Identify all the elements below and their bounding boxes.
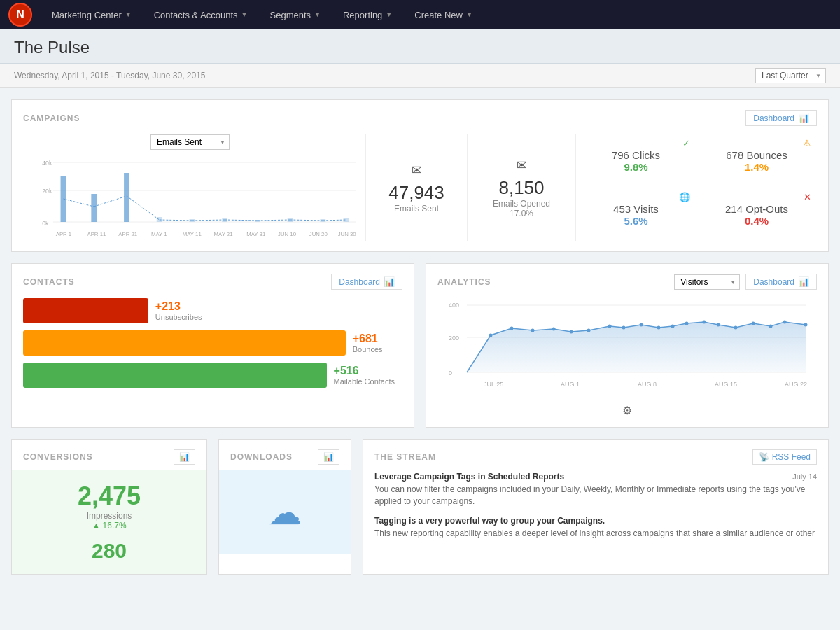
downloads-card: DOWNLOADS 📊 ☁ xyxy=(218,439,351,575)
svg-point-57 xyxy=(752,322,755,326)
svg-line-20 xyxy=(192,220,225,220)
contacts-card: CONTACTS Dashboard 📊 +213 Unsubscribes +… xyxy=(11,263,414,428)
visits-pct: 5.6% xyxy=(624,215,648,227)
chart-dropdown-wrap: Emails Sent Emails Opened xyxy=(150,134,230,150)
stream-item-1: Tagging is a very powerful way to group … xyxy=(374,516,817,540)
campaigns-title: CAMPAIGNS xyxy=(23,113,80,123)
stat-visits: 🌐 453 Visits 5.6% xyxy=(576,188,696,242)
check-icon: ✓ xyxy=(682,138,690,148)
contacts-header: CONTACTS Dashboard 📊 xyxy=(23,274,402,290)
chart-container: Emails Sent Emails Opened 40k 20k 0k xyxy=(23,134,366,241)
svg-text:JUL 25: JUL 25 xyxy=(484,381,503,388)
svg-text:40k: 40k xyxy=(42,160,52,167)
svg-point-56 xyxy=(734,326,738,330)
downloads-body: ☁ xyxy=(219,470,351,554)
contacts-dashboard-button[interactable]: Dashboard 📊 xyxy=(331,274,402,290)
stream-item-0-header: Leverage Campaign Tags in Scheduled Repo… xyxy=(374,472,817,482)
campaigns-dashboard-button[interactable]: Dashboard 📊 xyxy=(746,110,817,126)
campaigns-body: Emails Sent Emails Opened 40k 20k 0k xyxy=(23,134,817,241)
contact-row-unsubscribes: +213 Unsubscribes xyxy=(23,298,402,323)
svg-line-24 xyxy=(323,220,346,220)
nav-item-marketing[interactable]: Marketing Center ▼ xyxy=(42,0,141,29)
nav-item-create[interactable]: Create New ▼ xyxy=(405,0,482,29)
stream-scroll[interactable]: Leverage Campaign Tags in Scheduled Repo… xyxy=(374,472,817,547)
cloud-icon: ☁ xyxy=(268,493,302,532)
stream-header: THE STREAM 📡 RSS Feed xyxy=(374,449,817,465)
contact-row-bounces: +681 Bounces xyxy=(23,330,402,356)
bounces-number: 678 Bounces xyxy=(726,149,788,161)
analytics-dashboard-button[interactable]: Dashboard 📊 xyxy=(746,274,817,290)
chevron-icon-reporting: ▼ xyxy=(386,11,392,18)
svg-line-17 xyxy=(94,196,127,206)
svg-line-23 xyxy=(290,220,323,220)
email-opened-icon: ✉ xyxy=(517,158,527,173)
chart-dropdown-row: Emails Sent Emails Opened xyxy=(23,134,357,150)
mailable-label: Mailable Contacts xyxy=(334,377,395,386)
bounces-bar xyxy=(23,330,346,356)
analytics-bar-icon: 📊 xyxy=(798,276,809,287)
nav-label-marketing: Marketing Center xyxy=(52,10,122,20)
campaigns-card: CAMPAIGNS Dashboard 📊 Emails Sent Emails… xyxy=(11,99,829,252)
conversions-chart-button[interactable]: 📊 xyxy=(174,449,195,465)
svg-text:APR 21: APR 21 xyxy=(118,231,137,237)
nav-item-contacts[interactable]: Contacts & Accounts ▼ xyxy=(144,0,258,29)
emails-opened-box: ✉ 8,150 Emails Opened 17.0% xyxy=(468,134,576,241)
analytics-gear[interactable]: ⚙ xyxy=(438,404,817,417)
svg-line-19 xyxy=(160,220,192,220)
emails-sent-label: Emails Sent xyxy=(394,204,439,214)
mailable-stat: +516 Mailable Contacts xyxy=(334,365,395,386)
chart-dropdown[interactable]: Emails Sent Emails Opened xyxy=(150,134,230,150)
logo-letter: N xyxy=(16,8,24,21)
nav-item-segments[interactable]: Segments ▼ xyxy=(260,0,330,29)
date-range: Wednesday, April 1, 2015 - Tuesday, June… xyxy=(14,71,206,80)
svg-text:400: 400 xyxy=(449,302,459,309)
logo[interactable]: N xyxy=(8,3,32,27)
downloads-chart-button[interactable]: 📊 xyxy=(318,449,340,465)
date-bar: Wednesday, April 1, 2015 - Tuesday, June… xyxy=(0,64,840,88)
bar-chart-icon: 📊 xyxy=(798,113,809,123)
svg-text:200: 200 xyxy=(449,335,459,342)
nav-label-contacts: Contacts & Accounts xyxy=(154,10,238,20)
svg-text:APR 1: APR 1 xyxy=(56,231,71,237)
chevron-icon-segments: ▼ xyxy=(314,11,321,18)
gear-icon[interactable]: ⚙ xyxy=(622,404,632,417)
conversions-number: 2,475 xyxy=(78,482,141,511)
svg-point-48 xyxy=(608,325,612,328)
date-select[interactable]: Last Quarter This Quarter Last Month xyxy=(755,68,826,83)
svg-point-46 xyxy=(570,330,573,334)
svg-line-21 xyxy=(225,220,258,220)
svg-point-49 xyxy=(622,326,626,330)
svg-text:MAY 21: MAY 21 xyxy=(214,231,233,237)
info-icon: 🌐 xyxy=(679,192,690,202)
emails-opened-number: 8,150 xyxy=(498,177,544,199)
svg-point-58 xyxy=(769,325,773,328)
svg-line-22 xyxy=(258,220,290,220)
close-icon: ✕ xyxy=(804,192,811,202)
stat-clicks: ✓ 796 Clicks 9.8% xyxy=(576,134,696,188)
bounces-number: +681 xyxy=(353,332,383,345)
conversions-trend: ▲ 16.7% xyxy=(92,521,126,531)
svg-text:0: 0 xyxy=(449,370,452,377)
svg-text:MAY 1: MAY 1 xyxy=(151,231,167,237)
rss-feed-button[interactable]: 📡 RSS Feed xyxy=(752,449,817,465)
analytics-title: ANALYTICS xyxy=(438,277,491,287)
svg-text:AUG 1: AUG 1 xyxy=(561,381,580,388)
svg-point-42 xyxy=(489,334,493,337)
nav-item-reporting[interactable]: Reporting ▼ xyxy=(333,0,402,29)
svg-point-60 xyxy=(804,323,808,327)
visitors-select[interactable]: Visitors Page Views xyxy=(674,274,740,290)
nav-label-reporting: Reporting xyxy=(343,10,382,20)
svg-rect-8 xyxy=(124,173,130,222)
warning-icon: ⚠ xyxy=(803,138,811,148)
bottom-row: CONVERSIONS 📊 2,475 Impressions ▲ 16.7% … xyxy=(11,439,829,586)
svg-point-50 xyxy=(640,323,643,327)
campaigns-dashboard-label: Dashboard xyxy=(753,113,794,123)
visits-number: 453 Visits xyxy=(613,203,659,215)
clicks-pct: 9.8% xyxy=(624,161,648,173)
contact-row-mailable: +516 Mailable Contacts xyxy=(23,363,402,388)
stats-grid: ✓ 796 Clicks 9.8% ⚠ 678 Bounces 1.4% 🌐 4… xyxy=(576,134,817,241)
visitors-select-wrap: Visitors Page Views xyxy=(674,274,740,290)
svg-point-52 xyxy=(671,325,675,328)
svg-text:JUN 30: JUN 30 xyxy=(338,231,357,237)
stat-optouts: ✕ 214 Opt-Outs 0.4% xyxy=(696,188,817,242)
